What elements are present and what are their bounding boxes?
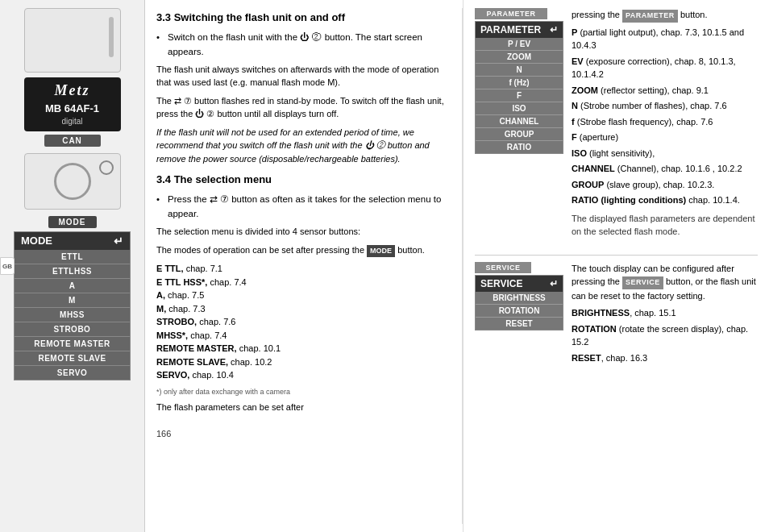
a-label: A, <box>156 290 165 300</box>
section-33-italic: If the flash unit will not be used for a… <box>156 126 451 166</box>
service-badge: SERVICE <box>475 262 531 273</box>
param-group: GROUP (slave group), chap. 10.2.3. <box>572 178 758 192</box>
list-item[interactable]: M <box>15 293 130 308</box>
device-image-mid <box>24 153 121 210</box>
list-item[interactable]: f (Hz) <box>476 77 563 89</box>
service-intro-text: The touch display can be configured afte… <box>572 262 758 303</box>
param-footer: The displayed flash parameters are depen… <box>572 212 758 239</box>
left-sidebar: GB Metz MB 64AF-1 digital CAN MODE MODE … <box>0 0 145 532</box>
page-number: 166 <box>156 421 451 441</box>
param-panel-header: PARAMETER ↵ <box>476 22 563 38</box>
ettlhss-label: E TTL HSS*, <box>156 277 207 287</box>
mode-panel: MODE ↵ ETTL ETTLHSS A M MHSS STROBO REMO… <box>14 231 131 380</box>
section-33-bullet1-text: Switch on the flash unit with the ⏻ ② bu… <box>168 31 451 60</box>
section-34-para2: The modes of operation can be set after … <box>156 243 451 258</box>
param-n: N (Strobe number of flashes), chap. 7.6 <box>572 99 758 113</box>
list-item[interactable]: GROUP <box>476 128 563 141</box>
list-item[interactable]: ETTLHSS <box>15 264 130 279</box>
param-f: F (aperture) <box>572 131 758 144</box>
param-zoom: ZOOM (reflector setting), chap. 9.1 <box>572 84 758 98</box>
list-item[interactable]: ZOOM <box>476 51 563 64</box>
service-description: The touch display can be configured afte… <box>572 262 758 368</box>
mode-badge-label: MODE <box>48 216 97 228</box>
bullet-dot: • <box>156 31 164 60</box>
section-33-para2: The ⇄ ⑦ button flashes red in stand-by m… <box>156 94 451 121</box>
param-intro-text: pressing the PARAMETER button. <box>572 8 758 23</box>
service-panel-title: SERVICE <box>480 278 522 289</box>
list-item[interactable]: STROBO <box>15 322 130 337</box>
list-item[interactable]: CHANNEL <box>476 115 563 128</box>
right-panel: PARAMETER PARAMETER ↵ P / EV ZOOM N f (H… <box>463 0 769 532</box>
device-image-top <box>24 8 121 73</box>
metz-brand-box: Metz MB 64AF-1 digital <box>24 77 121 131</box>
param-description: pressing the PARAMETER button. P (partia… <box>572 8 758 239</box>
service-ui-box: SERVICE SERVICE ↵ BRIGHTNESS ROTATION RE… <box>475 262 563 368</box>
list-item[interactable]: ISO <box>476 102 563 115</box>
section-34-para3: The flash parameters can be set after <box>156 401 451 414</box>
service-panel-header: SERVICE ↵ <box>476 276 563 292</box>
parameter-section: PARAMETER PARAMETER ↵ P / EV ZOOM N f (H… <box>475 8 758 239</box>
list-item[interactable]: MHSS <box>15 308 130 322</box>
mode-panel-header: MODE ↵ <box>15 232 130 250</box>
metz-type: digital <box>31 116 114 127</box>
list-item[interactable]: P / EV <box>476 38 563 51</box>
param-ratio: RATIO (lighting conditions) chap. 10.1.4… <box>572 193 758 207</box>
strobo-label: STROBO, <box>156 317 197 326</box>
param-panel-title: PARAMETER <box>480 24 541 35</box>
mhss-label: MHSS*, <box>156 330 188 340</box>
list-item[interactable]: A <box>15 279 130 293</box>
service-brightness: BRIGHTNESS, chap. 15.1 <box>572 306 758 320</box>
mode-inline-badge: MODE <box>367 245 395 258</box>
m-label: M, <box>156 304 166 314</box>
metz-logo: Metz <box>31 82 114 99</box>
bullet-dot: • <box>156 193 164 222</box>
list-item[interactable]: BRIGHTNESS <box>476 292 563 305</box>
list-item[interactable]: REMOTE MASTER <box>15 337 130 351</box>
section-33-bullet1: • Switch on the flash unit with the ⏻ ② … <box>156 31 451 60</box>
list-item[interactable]: RATIO <box>476 141 563 153</box>
remote-master-label: REMOTE MASTER, <box>156 343 237 353</box>
param-iso: ISO (light sensitivity), <box>572 147 758 160</box>
section-33-title: 3.3 Switching the flash unit on and off <box>156 10 451 26</box>
service-inline-badge: SERVICE <box>622 276 663 289</box>
gb-badge: GB <box>0 257 15 275</box>
param-arrow-icon: ↵ <box>550 24 558 35</box>
param-inline-badge: PARAMETER <box>622 10 678 23</box>
service-section: SERVICE SERVICE ↵ BRIGHTNESS ROTATION RE… <box>475 262 758 368</box>
mode-list: E TTL, chap. 7.1 E TTL HSS*, chap. 7.4 A… <box>156 262 451 382</box>
service-panel: SERVICE ↵ BRIGHTNESS ROTATION RESET <box>475 275 563 330</box>
param-panel: PARAMETER ↵ P / EV ZOOM N f (Hz) F ISO C… <box>475 21 563 154</box>
servo-label: SERVO, <box>156 370 189 380</box>
list-item[interactable]: RESET <box>476 318 563 330</box>
section-34-note: *) only after data exchange with a camer… <box>156 387 451 398</box>
remote-slave-label: REMOTE SLAVE, <box>156 357 228 367</box>
param-p: P (partial light output), chap. 7.3, 10.… <box>572 26 758 52</box>
list-item[interactable]: F <box>476 89 563 102</box>
list-item[interactable]: N <box>476 64 563 77</box>
mode-panel-title: MODE <box>21 235 52 247</box>
param-channel: CHANNEL (Channel), chap. 10.1.6 , 10.2.2 <box>572 162 758 176</box>
section-34-bullet1-text: Press the ⇄ ⑦ button as often as it take… <box>168 193 451 222</box>
section-divider <box>475 255 758 256</box>
service-arrow-icon: ↵ <box>550 278 558 289</box>
service-rotation: ROTATION (rotate the screen display), ch… <box>572 322 758 349</box>
ettl-label: E TTL, <box>156 264 184 273</box>
list-item[interactable]: REMOTE SLAVE <box>15 351 130 366</box>
section-34-para1: The selection menu is divided into 4 sen… <box>156 225 451 239</box>
center-content: 3.3 Switching the flash unit on and off … <box>145 0 462 532</box>
mode-arrow-icon: ↵ <box>114 235 123 247</box>
can-badge: CAN <box>44 135 101 147</box>
list-item[interactable]: ROTATION <box>476 305 563 318</box>
service-reset: RESET, chap. 16.3 <box>572 351 758 365</box>
param-fhz: f (Strobe flash frequency), chap. 7.6 <box>572 115 758 129</box>
list-item[interactable]: ETTL <box>15 250 130 264</box>
section-33-para1: The flash unit always switches on afterw… <box>156 63 451 89</box>
section-34-bullet1: • Press the ⇄ ⑦ button as often as it ta… <box>156 193 451 222</box>
param-ui-box: PARAMETER PARAMETER ↵ P / EV ZOOM N f (H… <box>475 8 563 239</box>
section-34-title: 3.4 The selection menu <box>156 172 451 188</box>
param-badge: PARAMETER <box>475 8 547 19</box>
list-item[interactable]: SERVO <box>15 366 130 380</box>
metz-model: MB 64AF-1 <box>31 102 114 116</box>
param-ev: EV (exposure correction), chap. 8, 10.1.… <box>572 55 758 81</box>
